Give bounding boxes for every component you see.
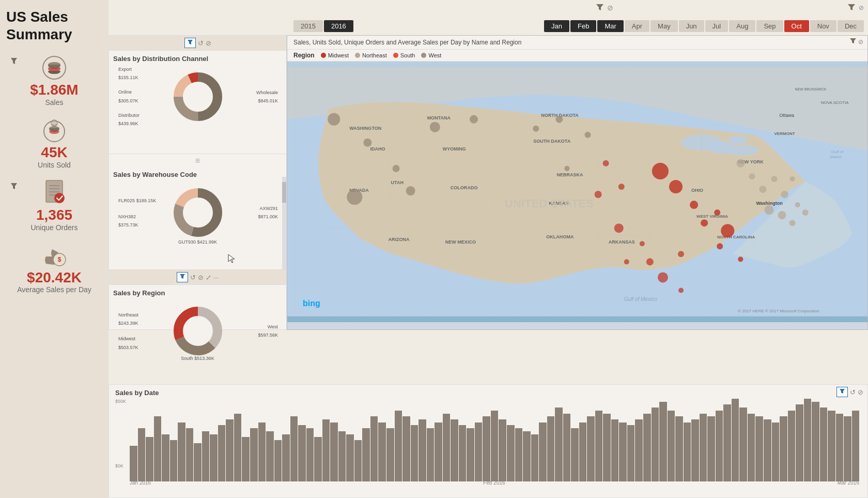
svg-point-90: [564, 166, 569, 171]
svg-point-105: [714, 209, 720, 216]
month-sep-btn[interactable]: Sep: [756, 20, 783, 32]
month-dec-btn[interactable]: Dec: [838, 20, 864, 32]
bar: [563, 414, 571, 481]
bar: [419, 419, 426, 481]
bar: [587, 416, 595, 481]
date-block-icon[interactable]: ⊘: [858, 388, 863, 396]
bar: [234, 414, 242, 481]
bar: [627, 425, 635, 481]
charts-reset-icon[interactable]: ↺: [198, 39, 204, 47]
charts-filter-icon[interactable]: [184, 38, 196, 48]
bar: [619, 422, 627, 481]
units-icon: [40, 116, 69, 145]
svg-point-102: [669, 180, 683, 193]
region-reset-icon[interactable]: ↺: [190, 274, 196, 281]
bar: [298, 425, 306, 481]
date-reset-icon[interactable]: ↺: [850, 388, 856, 396]
month-jul-btn[interactable]: Jul: [705, 20, 729, 32]
top-right-filter-icon[interactable]: [847, 4, 856, 12]
region-expand-icon[interactable]: ⤢: [206, 274, 211, 281]
svg-point-39: [729, 136, 747, 144]
date-filter-icon[interactable]: [836, 387, 848, 397]
sales-icon: [40, 53, 69, 82]
svg-text:VERMONT: VERMONT: [774, 131, 795, 136]
region-filter-icon[interactable]: [177, 272, 188, 282]
svg-point-99: [678, 288, 684, 293]
svg-point-109: [736, 159, 745, 168]
map-block-icon[interactable]: ⊘: [858, 38, 863, 46]
svg-point-94: [614, 223, 624, 233]
map-filter-icon[interactable]: [849, 38, 857, 46]
bar: [739, 408, 747, 481]
month-oct-btn[interactable]: Oct: [784, 20, 809, 32]
bar: [362, 428, 370, 481]
bar: [812, 402, 819, 481]
bar: [764, 419, 771, 481]
svg-text:Gulf of: Gulf of: [831, 149, 844, 154]
svg-point-34: [183, 316, 212, 345]
svg-text:WYOMING: WYOMING: [443, 146, 466, 152]
bar: [154, 416, 162, 481]
bar: [579, 422, 587, 481]
bar: [290, 416, 298, 481]
svg-point-104: [701, 219, 708, 227]
svg-point-100: [624, 259, 629, 264]
month-jun-btn[interactable]: Jun: [679, 20, 704, 32]
bar: [170, 440, 178, 481]
month-nov-btn[interactable]: Nov: [810, 20, 836, 32]
month-apr-btn[interactable]: Apr: [625, 20, 649, 32]
orders-icon: [40, 178, 69, 207]
time-selector: 2015 2016 Jan Feb Mar Apr May Jun Jul Au…: [289, 17, 868, 35]
bar: [523, 431, 531, 481]
bar: [459, 425, 467, 481]
bar: [162, 434, 169, 481]
svg-point-86: [470, 115, 478, 124]
legend-midwest: Midwest: [321, 52, 349, 58]
top-right-block-icon[interactable]: ⊘: [859, 4, 864, 11]
bar: [467, 428, 474, 481]
bar: [314, 437, 322, 481]
svg-point-81: [363, 139, 371, 147]
year-2016-btn[interactable]: 2016: [324, 20, 353, 32]
avg-sales-label: Average Sales per Day: [17, 285, 91, 294]
map-title: Sales, Units Sold, Unique Orders and Ave…: [293, 39, 521, 46]
year-2015-btn[interactable]: 2015: [293, 20, 323, 32]
svg-text:MONTANA: MONTANA: [427, 115, 451, 120]
month-aug-btn[interactable]: Aug: [729, 20, 755, 32]
svg-text:NOVA SCOTIA: NOVA SCOTIA: [821, 100, 849, 105]
bar: [755, 416, 763, 481]
bar: [515, 428, 523, 481]
bar: [178, 422, 185, 481]
bar: [306, 428, 314, 481]
month-mar-btn[interactable]: Mar: [597, 20, 623, 32]
orders-filter-icon[interactable]: [10, 183, 18, 191]
distribution-channel-title: Sales by Distribution Channel: [113, 55, 282, 63]
bar: [427, 428, 435, 481]
bar: [836, 414, 844, 481]
month-may-btn[interactable]: May: [650, 20, 678, 32]
svg-text:WEST VIRGINIA: WEST VIRGINIA: [696, 214, 728, 219]
charts-block-icon[interactable]: ⊘: [206, 39, 211, 47]
legend-west: West: [421, 52, 441, 58]
sales-filter-icon[interactable]: [10, 57, 18, 66]
midwest-label: Midwest $503.57K: [118, 335, 138, 351]
svg-text:Washington: Washington: [756, 201, 782, 206]
svg-point-119: [790, 176, 795, 182]
top-block-icon[interactable]: ⊘: [607, 4, 613, 12]
northeast-label: Northeast $243.39K: [118, 311, 138, 327]
section-divider[interactable]: ≡: [109, 154, 286, 167]
metric-units: 45K Units Sold: [6, 116, 102, 169]
metric-sales: $1.86M Sales: [6, 53, 102, 107]
export-label: Export $155.11K: [118, 65, 140, 82]
region-block-icon[interactable]: ⊘: [198, 274, 204, 281]
svg-point-40: [727, 145, 758, 156]
date-chart-section: ↺ ⊘ Sales by Date $50K $0K Jan 2016 Feb …: [109, 384, 868, 498]
svg-point-112: [764, 205, 773, 215]
month-feb-btn[interactable]: Feb: [570, 20, 596, 32]
bar: [499, 419, 506, 481]
top-filter-icon[interactable]: [596, 4, 604, 12]
bar: [716, 411, 723, 481]
region-more-icon[interactable]: ···: [213, 274, 219, 281]
bar: [555, 408, 563, 481]
month-jan-btn[interactable]: Jan: [544, 20, 569, 32]
